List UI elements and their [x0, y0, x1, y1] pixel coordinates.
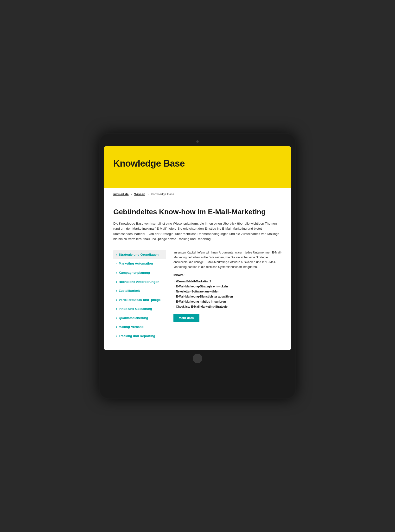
- nav-label-tracking: Tracking und Reporting: [119, 334, 155, 338]
- nav-item-verteileraufbau[interactable]: › Verteileraufbau und -pflege: [113, 295, 166, 305]
- nav-label-rechtliche: Rechtliche Anforderungen: [119, 280, 159, 284]
- tablet-home-button[interactable]: [193, 354, 202, 363]
- nav-item-kampagnenplanung[interactable]: › Kampagnenplanung: [113, 268, 166, 277]
- inhalte-label: Inhalte:: [173, 273, 282, 277]
- hero-banner: Knowledge Base: [104, 146, 291, 188]
- list-chevron-icon: ›: [173, 285, 174, 288]
- list-chevron-icon: ›: [173, 300, 174, 303]
- right-panel: Im ersten Kapitel liefern wir Ihnen Argu…: [173, 250, 282, 322]
- chevron-icon: ›: [116, 280, 117, 284]
- list-chevron-icon: ›: [173, 305, 174, 308]
- list-item: › E-Mail-Marketing-Strategie entwickeln: [173, 285, 282, 288]
- nav-item-zustellbarkeit[interactable]: › Zustellbarkeit: [113, 286, 166, 295]
- breadcrumb-current: Knowledge Base: [151, 192, 174, 196]
- chevron-icon: ›: [116, 334, 117, 338]
- chevron-icon: ›: [116, 325, 117, 329]
- chevron-icon: ›: [116, 271, 117, 275]
- nav-item-strategie[interactable]: › Strategie und Grundlagen: [113, 250, 166, 259]
- chevron-icon: ›: [116, 298, 117, 302]
- link-strategie[interactable]: E-Mail-Marketing-Strategie entwickeln: [176, 285, 228, 288]
- nav-label-qualitaet: Qualitätssicherung: [119, 316, 148, 320]
- breadcrumb-sep-2: ›: [147, 192, 148, 196]
- chevron-icon: ›: [116, 307, 117, 311]
- main-content: Gebündeltes Know-how im E-Mail-Marketing…: [104, 200, 291, 350]
- chevron-icon: ›: [116, 261, 117, 266]
- tablet-camera: [196, 140, 199, 143]
- nav-label-strategie: Strategie und Grundlagen: [119, 253, 159, 257]
- chevron-icon: ›: [116, 253, 117, 257]
- left-nav: › Strategie und Grundlagen › Marketing A…: [113, 250, 166, 340]
- nav-item-inhalt[interactable]: › Inhalt und Gestaltung: [113, 304, 166, 313]
- nav-item-qualitaet[interactable]: › Qualitätssicherung: [113, 313, 166, 323]
- breadcrumb-sep-1: ›: [131, 192, 132, 196]
- link-software[interactable]: Newsletter-Software auswählen: [176, 290, 219, 293]
- nav-label-kampagnenplanung: Kampagnenplanung: [119, 271, 150, 275]
- intro-text: Die Knowledge Base von Inxmail ist eine …: [113, 221, 282, 242]
- list-item: › E-Mail-Marketing-Dienstleister auswähl…: [173, 295, 282, 298]
- nav-label-mailing: Mailing-Versand: [119, 325, 144, 329]
- list-item: › E-Mail-Marketing nahtlos integrieren: [173, 300, 282, 303]
- nav-label-marketing-automation: Marketing Automation: [119, 261, 153, 266]
- nav-item-tracking[interactable]: › Tracking und Reporting: [113, 331, 166, 341]
- hero-title: Knowledge Base: [113, 158, 282, 169]
- nav-label-zustellbarkeit: Zustellbarkeit: [119, 289, 140, 293]
- two-col-layout: › Strategie und Grundlagen › Marketing A…: [113, 250, 282, 340]
- nav-item-rechtliche[interactable]: › Rechtliche Anforderungen: [113, 277, 166, 286]
- nav-item-mailing[interactable]: › Mailing-Versand: [113, 322, 166, 331]
- link-integrieren[interactable]: E-Mail-Marketing nahtlos integrieren: [176, 300, 226, 303]
- chevron-icon: ›: [116, 316, 117, 320]
- mehr-dazu-button[interactable]: Mehr dazu: [173, 314, 199, 322]
- link-warum[interactable]: Warum E-Mail-Marketing?: [176, 280, 211, 283]
- page-heading: Gebündeltes Know-how im E-Mail-Marketing: [113, 208, 282, 216]
- nav-label-verteileraufbau: Verteileraufbau und -pflege: [119, 298, 161, 302]
- breadcrumb-inxmail[interactable]: inxmail.de: [113, 192, 129, 196]
- content-links-list: › Warum E-Mail-Marketing? › E-Mail-Marke…: [173, 280, 282, 308]
- list-item: › Warum E-Mail-Marketing?: [173, 280, 282, 283]
- tablet-frame: Knowledge Base inxmail.de › Wissen › Kno…: [99, 133, 296, 399]
- list-chevron-icon: ›: [173, 290, 174, 293]
- tablet-screen: Knowledge Base inxmail.de › Wissen › Kno…: [104, 146, 291, 350]
- breadcrumb: inxmail.de › Wissen › Knowledge Base: [104, 188, 291, 200]
- breadcrumb-wissen[interactable]: Wissen: [134, 192, 145, 196]
- chevron-icon: ›: [116, 289, 117, 293]
- link-checkliste[interactable]: Checkliste E-Mail-Marketing-Strategie: [176, 305, 228, 308]
- nav-label-inhalt: Inhalt und Gestaltung: [119, 307, 152, 311]
- panel-description: Im ersten Kapitel liefern wir Ihnen Argu…: [173, 250, 282, 269]
- list-chevron-icon: ›: [173, 280, 174, 283]
- nav-item-marketing-automation[interactable]: › Marketing Automation: [113, 259, 166, 268]
- list-chevron-icon: ›: [173, 295, 174, 298]
- list-item: › Newsletter-Software auswählen: [173, 290, 282, 293]
- list-item: › Checkliste E-Mail-Marketing-Strategie: [173, 305, 282, 308]
- link-dienstleister[interactable]: E-Mail-Marketing-Dienstleister auswählen: [176, 295, 233, 298]
